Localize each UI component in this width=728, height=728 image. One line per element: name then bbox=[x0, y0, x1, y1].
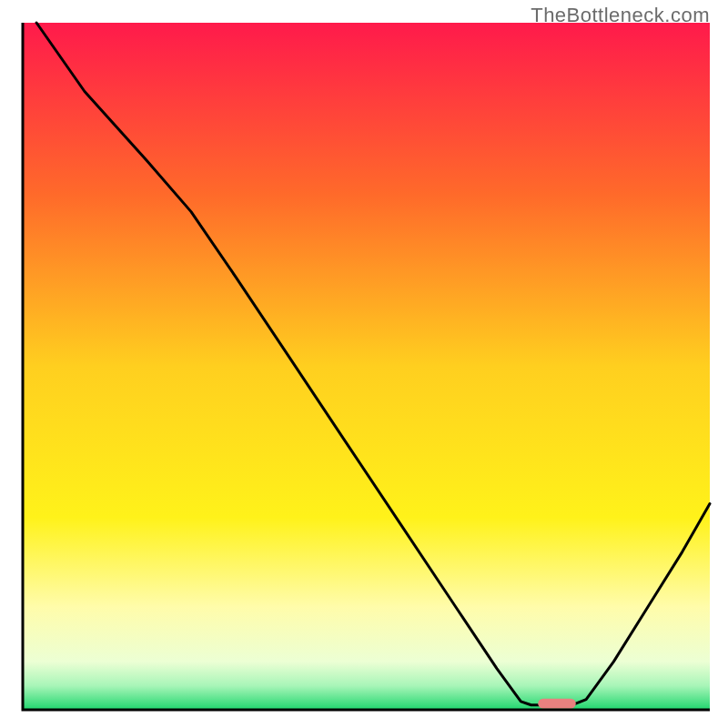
bottleneck-chart bbox=[0, 0, 728, 728]
optimal-range-marker bbox=[538, 699, 576, 709]
watermark-text: TheBottleneck.com bbox=[531, 4, 710, 27]
chart-container: TheBottleneck.com bbox=[0, 0, 728, 728]
gradient-background bbox=[23, 23, 710, 710]
